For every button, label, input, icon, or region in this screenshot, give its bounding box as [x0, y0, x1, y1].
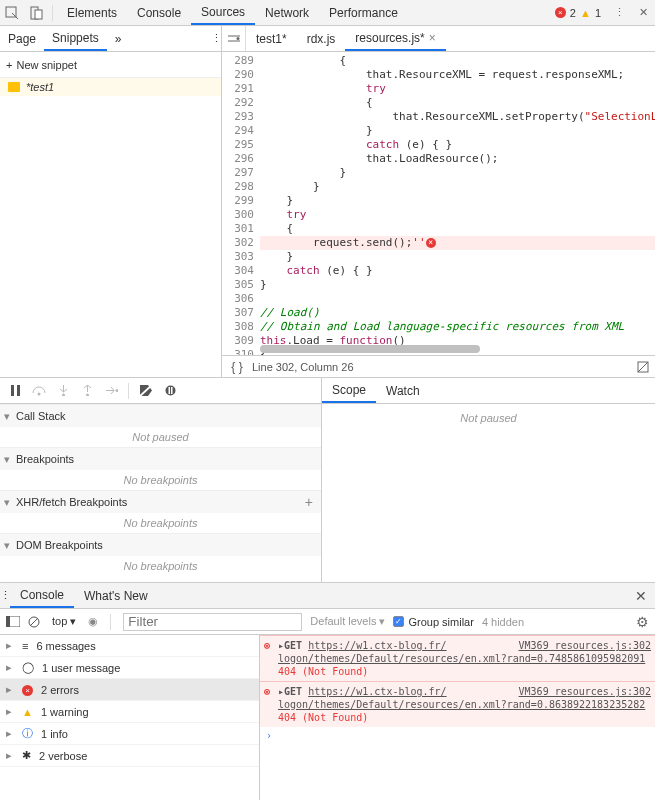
nav-tab-page[interactable]: Page — [0, 26, 44, 51]
drawer-more-icon[interactable]: ⋮ — [0, 589, 10, 602]
code-content[interactable]: { that.ResourceXML = request.responseXML… — [260, 52, 655, 355]
panel-body: No breakpoints — [0, 470, 321, 490]
step-out-icon[interactable] — [76, 381, 98, 401]
console-sidebar-item[interactable]: ▸◯1 user message — [0, 657, 259, 679]
panel-header[interactable]: ▾XHR/fetch Breakpoints+ — [0, 491, 321, 513]
step-icon[interactable] — [100, 381, 122, 401]
scope-tab[interactable]: Scope — [322, 378, 376, 403]
snippet-file[interactable]: *test1 — [0, 78, 221, 96]
pause-icon[interactable] — [4, 381, 26, 401]
filter-input[interactable] — [123, 613, 302, 631]
new-snippet-label: New snippet — [16, 59, 77, 71]
svg-rect-5 — [11, 385, 14, 396]
console-sidebar-item[interactable]: ▸✱2 verbose — [0, 745, 259, 767]
close-tab-icon[interactable]: × — [429, 31, 436, 45]
add-icon[interactable]: + — [305, 494, 317, 510]
main-toolbar: ElementsConsoleSourcesNetworkPerformance… — [0, 0, 655, 26]
pause-exceptions-icon[interactable] — [159, 381, 181, 401]
error-icon: × — [555, 7, 566, 18]
coverage-icon[interactable] — [637, 361, 655, 373]
editor-tab[interactable]: test1* — [246, 26, 297, 51]
debugger-section: ▾BreakpointsNo breakpoints — [0, 447, 321, 490]
panel-body: No breakpoints — [0, 556, 321, 576]
plus-icon: + — [6, 59, 12, 71]
error-count: 2 — [570, 7, 576, 19]
new-snippet-button[interactable]: + New snippet — [0, 52, 221, 78]
hidden-count: 4 hidden — [482, 616, 524, 628]
debugger-controls — [0, 378, 321, 404]
panel-tab-sources[interactable]: Sources — [191, 0, 255, 25]
nav-tab-more-icon[interactable]: » — [107, 26, 130, 51]
warning-icon: ▲ — [580, 7, 591, 19]
nav-tab-snippets[interactable]: Snippets — [44, 26, 107, 51]
panel-header[interactable]: ▾Breakpoints — [0, 448, 321, 470]
svg-point-10 — [115, 389, 118, 392]
more-icon[interactable]: ⋮ — [607, 0, 631, 25]
editor-tab[interactable]: rdx.js — [297, 26, 346, 51]
sidebar-icon: ◯ — [22, 661, 34, 674]
inspect-icon[interactable] — [0, 0, 24, 25]
sidebar-toggle-icon[interactable] — [6, 616, 20, 627]
line-gutter: 2892902912922932942952962972982993003013… — [222, 52, 260, 355]
scope-tabs: Scope Watch — [322, 378, 655, 404]
console-sidebar-item[interactable]: ▸▲1 warning — [0, 701, 259, 723]
debugger-section: ▾DOM BreakpointsNo breakpoints — [0, 533, 321, 576]
svg-point-11 — [165, 386, 175, 396]
console-filter-bar: top ▾ ◉ Default levels ▾ ✓Group similar … — [0, 609, 655, 635]
panel-tab-console[interactable]: Console — [127, 0, 191, 25]
levels-selector[interactable]: Default levels ▾ — [310, 615, 385, 628]
debugger-panel: ▾Call StackNot paused▾BreakpointsNo brea… — [0, 378, 322, 582]
console-sidebar-item[interactable]: ▸≡6 messages — [0, 635, 259, 657]
navigator-tabs: Page Snippets » ⋮ — [0, 26, 221, 52]
watch-tab[interactable]: Watch — [376, 378, 430, 403]
svg-point-7 — [38, 393, 41, 396]
group-similar-checkbox[interactable]: ✓Group similar — [393, 616, 473, 628]
panel-header[interactable]: ▾DOM Breakpoints — [0, 534, 321, 556]
clear-console-icon[interactable] — [28, 616, 40, 628]
panel-header[interactable]: ▾Call Stack — [0, 405, 321, 427]
sidebar-icon: ⓘ — [22, 726, 33, 741]
step-into-icon[interactable] — [52, 381, 74, 401]
step-over-icon[interactable] — [28, 381, 50, 401]
console-prompt[interactable] — [260, 727, 655, 744]
editor-panel: test1*rdx.jsresources.js*× 2892902912922… — [222, 26, 655, 377]
console-sidebar-item[interactable]: ▸ⓘ1 info — [0, 723, 259, 745]
console-error-message[interactable]: ⊗▸GET https://w1.ctx-blog.fr/ VM369 reso… — [260, 681, 655, 727]
tab-list-icon[interactable] — [222, 26, 246, 51]
debugger-section: ▾XHR/fetch Breakpoints+No breakpoints — [0, 490, 321, 533]
console-messages: ⊗▸GET https://w1.ctx-blog.fr/ VM369 reso… — [260, 635, 655, 800]
close-icon[interactable]: ✕ — [631, 0, 655, 25]
panel-body: Not paused — [0, 427, 321, 447]
error-icon: ⊗ — [264, 685, 270, 698]
error-warning-count[interactable]: × 2 ▲ 1 — [549, 7, 607, 19]
svg-rect-2 — [35, 10, 42, 19]
panel-tab-performance[interactable]: Performance — [319, 0, 408, 25]
sidebar-icon: × — [22, 683, 33, 696]
editor-tab[interactable]: resources.js*× — [345, 26, 445, 51]
drawer-close-icon[interactable]: ✕ — [627, 588, 655, 604]
panel-tab-elements[interactable]: Elements — [57, 0, 127, 25]
svg-point-8 — [62, 394, 65, 397]
svg-rect-6 — [17, 385, 20, 396]
pretty-print-icon[interactable]: { } — [222, 360, 252, 374]
console-sidebar: ▸≡6 messages▸◯1 user message▸×2 errors▸▲… — [0, 635, 260, 800]
settings-icon[interactable]: ⚙ — [636, 614, 649, 630]
deactivate-breakpoints-icon[interactable] — [135, 381, 157, 401]
panel-tab-network[interactable]: Network — [255, 0, 319, 25]
context-selector[interactable]: top ▾ — [48, 615, 80, 628]
warning-count: 1 — [595, 7, 601, 19]
panel-tabs: ElementsConsoleSourcesNetworkPerformance — [57, 0, 549, 25]
snippet-icon — [8, 82, 20, 92]
console-sidebar-item[interactable]: ▸×2 errors — [0, 679, 259, 701]
console-error-message[interactable]: ⊗▸GET https://w1.ctx-blog.fr/ VM369 reso… — [260, 635, 655, 681]
whatsnew-tab[interactable]: What's New — [74, 583, 158, 608]
svg-point-9 — [86, 394, 89, 397]
sidebar-icon: ≡ — [22, 640, 28, 652]
navigator-more-icon[interactable]: ⋮ — [211, 32, 221, 45]
svg-point-3 — [236, 37, 239, 40]
code-editor[interactable]: 2892902912922932942952962972982993003013… — [222, 52, 655, 355]
console-tab[interactable]: Console — [10, 583, 74, 608]
eye-icon[interactable]: ◉ — [88, 615, 98, 628]
device-icon[interactable] — [24, 0, 48, 25]
horizontal-scrollbar[interactable] — [260, 343, 655, 355]
